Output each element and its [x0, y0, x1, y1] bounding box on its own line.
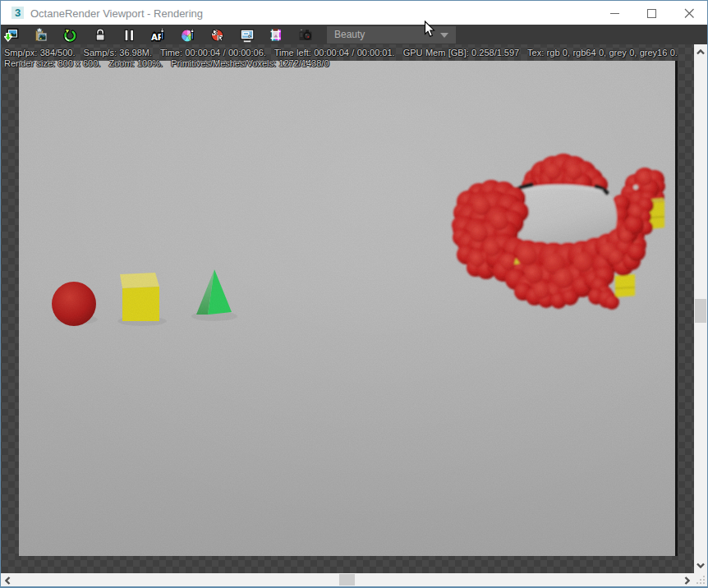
svg-text:3: 3	[15, 7, 21, 19]
